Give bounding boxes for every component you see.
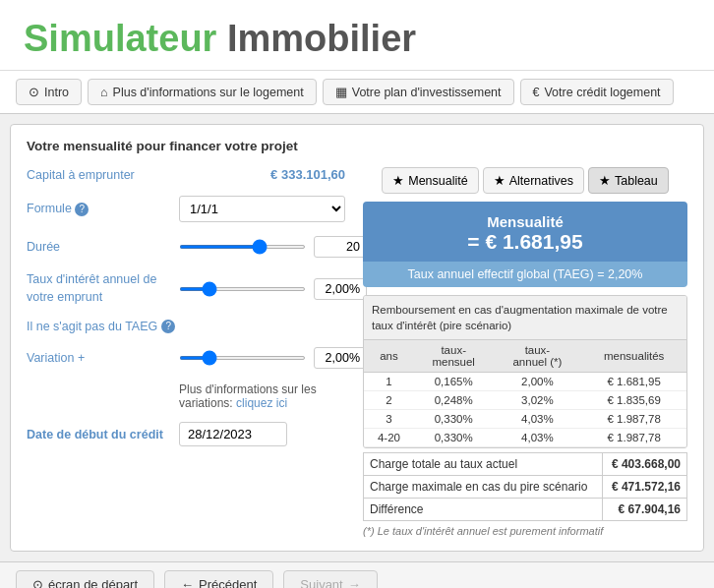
left-panel: Capital à emprunter € 333.101,60 Formule…: [27, 167, 345, 537]
mensualite-taeg: Taux annuel effectif global (TAEG) = 2,2…: [363, 262, 687, 287]
variation-label: Variation +: [27, 351, 179, 365]
tab-mensualite-label: Mensualité: [408, 174, 467, 188]
col-taux-mensuel: taux-mensuel: [414, 340, 494, 373]
taeg-label: Il ne s'agit pas du TAEG ?: [27, 320, 179, 333]
tab-intro-label: Intro: [44, 86, 69, 99]
mensualite-value: = € 1.681,95: [373, 230, 678, 254]
scenario-table: ans taux-mensuel taux-annuel (*) mensual…: [364, 340, 686, 447]
euro-icon: €: [533, 86, 540, 99]
table-row: 10,165%2,00%€ 1.681,95: [364, 373, 686, 391]
tab-credit[interactable]: € Votre crédit logement: [520, 79, 674, 105]
summary-table: Charge totale au taux actuel€ 403.668,00…: [363, 452, 687, 521]
formule-select[interactable]: 1/1/1: [179, 196, 345, 222]
tab-btn-tableau[interactable]: ★ Tableau: [588, 167, 669, 194]
tab-btn-mensualite[interactable]: ★ Mensualité: [382, 167, 478, 194]
nav-tabs: ⊙ Intro ⌂ Plus d'informations sur le log…: [0, 71, 714, 114]
tab-alternatives-label: Alternatives: [509, 174, 573, 188]
table-row: 4-200,330%4,03%€ 1.987,78: [364, 429, 686, 447]
col-mensualites: mensualités: [581, 340, 686, 373]
tab-plan[interactable]: ▦ Votre plan d'investissement: [323, 79, 514, 105]
footnote: (*) Le taux d'intérêt annuel est puremen…: [363, 525, 687, 537]
date-input[interactable]: [179, 422, 287, 446]
tab-plan-label: Votre plan d'investissement: [352, 86, 502, 99]
btn-prev[interactable]: ← Précédent: [164, 570, 273, 588]
duree-slider-container: [179, 236, 367, 258]
tab-credit-label: Votre crédit logement: [544, 86, 660, 99]
next-icon: →: [348, 577, 361, 588]
taeg-help-icon[interactable]: ?: [161, 320, 175, 333]
btn-next-label: Suivant: [300, 577, 342, 588]
variation-value-input[interactable]: [314, 347, 367, 369]
formule-label: Formule ?: [27, 202, 179, 216]
variation-row: Variation +: [27, 347, 345, 369]
table-row: 20,248%3,02%€ 1.835,69: [364, 391, 686, 410]
taux-slider-container: [179, 278, 367, 300]
btn-start-label: écran de départ: [48, 577, 138, 588]
capital-row: Capital à emprunter € 333.101,60: [27, 167, 345, 182]
info-text: Plus d'informations sur les variations: …: [179, 382, 345, 410]
table-header-text: Remboursement en cas d'augmentation maxi…: [364, 296, 686, 340]
variation-slider-container: [179, 347, 367, 369]
mensualite-title: Mensualité: [373, 213, 678, 230]
duree-row: Durée: [27, 236, 345, 258]
duree-label: Durée: [27, 240, 179, 254]
summary-row: Charge totale au taux actuel€ 403.668,00: [364, 453, 687, 476]
tab-logement-label: Plus d'informations sur le logement: [113, 86, 304, 99]
taux-label: Taux d'intérêt annuel de votre emprunt: [27, 271, 179, 306]
tab-logement[interactable]: ⌂ Plus d'informations sur le logement: [88, 79, 317, 105]
prev-icon: ←: [181, 577, 194, 588]
formule-help-icon[interactable]: ?: [75, 203, 89, 216]
tab-tableau-label: Tableau: [615, 174, 658, 188]
page-title: Simulateur Immobilier: [24, 18, 416, 59]
variation-slider[interactable]: [179, 356, 306, 360]
date-label: Date de début du crédit: [27, 428, 179, 441]
main-content: Votre mensualité pour financer votre pro…: [10, 124, 704, 552]
formule-row: Formule ? 1/1/1: [27, 196, 345, 222]
mensualite-box: Mensualité = € 1.681,95: [363, 202, 687, 262]
btn-start[interactable]: ⊙ écran de départ: [16, 570, 154, 588]
taux-slider[interactable]: [179, 287, 306, 291]
table-header-row: ans taux-mensuel taux-annuel (*) mensual…: [364, 340, 686, 373]
btn-prev-label: Précédent: [199, 577, 257, 588]
right-tab-buttons: ★ Mensualité ★ Alternatives ★ Tableau: [363, 167, 687, 194]
capital-label: Capital à emprunter: [27, 168, 179, 182]
summary-row: Charge maximale en cas du pire scénario€…: [364, 476, 687, 499]
taux-value-input[interactable]: [314, 278, 367, 300]
section-title: Votre mensualité pour financer votre pro…: [27, 139, 687, 153]
content-grid: Capital à emprunter € 333.101,60 Formule…: [27, 167, 687, 537]
summary-row: Différence€ 67.904,16: [364, 499, 687, 521]
scenario-table-wrapper: Remboursement en cas d'augmentation maxi…: [363, 295, 687, 448]
btn-next[interactable]: Suivant →: [283, 570, 377, 588]
date-row: Date de début du crédit: [27, 422, 345, 446]
col-taux-annuel: taux-annuel (*): [493, 340, 581, 373]
taux-row: Taux d'intérêt annuel de votre emprunt: [27, 271, 345, 306]
header: Simulateur Immobilier: [0, 0, 714, 71]
taeg-row: Il ne s'agit pas du TAEG ?: [27, 320, 345, 333]
info-link[interactable]: cliquez ici: [236, 396, 287, 410]
star-icon-2: ★: [494, 173, 506, 188]
home-icon: ⌂: [100, 86, 108, 99]
start-icon: ⊙: [32, 577, 43, 588]
duree-value-input[interactable]: [314, 236, 367, 258]
star-icon-3: ★: [599, 173, 611, 188]
tab-btn-alternatives[interactable]: ★ Alternatives: [483, 167, 584, 194]
right-panel: ★ Mensualité ★ Alternatives ★ Tableau Me…: [363, 167, 687, 537]
footer-buttons: ⊙ écran de départ ← Précédent Suivant →: [0, 561, 714, 588]
circle-icon: ⊙: [29, 85, 39, 99]
calendar-icon: ▦: [335, 85, 347, 99]
duree-slider[interactable]: [179, 245, 306, 249]
col-ans: ans: [364, 340, 414, 373]
star-icon-1: ★: [392, 173, 404, 188]
capital-value: € 333.101,60: [270, 167, 345, 182]
table-row: 30,330%4,03%€ 1.987,78: [364, 410, 686, 429]
tab-intro[interactable]: ⊙ Intro: [16, 79, 82, 105]
